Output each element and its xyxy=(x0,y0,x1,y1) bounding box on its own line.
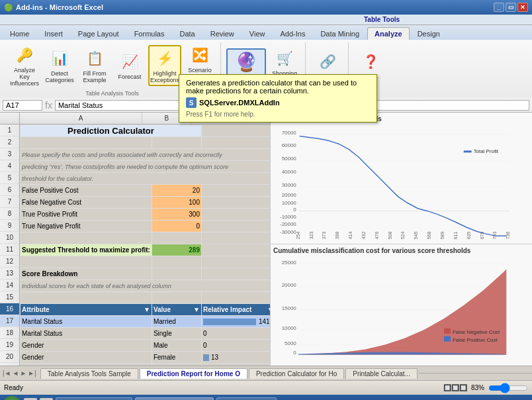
cell-r16c[interactable]: Relative Impact ▼ xyxy=(201,304,270,316)
sheet-nav-next[interactable]: ► xyxy=(20,370,26,377)
cell-r20c[interactable]: 13 xyxy=(201,352,270,364)
title-bar-controls[interactable]: _ ▭ ✕ xyxy=(494,3,528,12)
cell-r6b[interactable]: 20 xyxy=(152,185,201,197)
cell-prediction-title[interactable]: Prediction Calculator xyxy=(21,125,202,137)
taskbar-inbox[interactable]: 📧 Inbox - Microsoft O... xyxy=(56,397,132,400)
cell-r10a[interactable] xyxy=(21,232,152,244)
tab-design[interactable]: Design xyxy=(410,27,447,40)
sheet-nav-last[interactable]: ►| xyxy=(28,370,36,377)
cell-r10b[interactable] xyxy=(152,232,201,244)
tab-home[interactable]: Home xyxy=(3,27,36,40)
table-row: Gender Male 0 xyxy=(21,340,271,352)
cell-r19a[interactable]: Gender xyxy=(21,340,152,352)
sheet-tab-prediction-report[interactable]: Prediction Report for Home O xyxy=(140,368,247,379)
analyze-key-influencers-button[interactable]: 🔑 Analyze KeyInfluencers xyxy=(8,42,41,89)
cell-r17b[interactable]: Married xyxy=(152,316,201,328)
cell-r15a[interactable] xyxy=(21,292,152,304)
cell-r21b[interactable]: 39050 - 71062 xyxy=(152,364,201,366)
cell-r17c[interactable]: 141 xyxy=(201,316,270,328)
cell-r7c[interactable] xyxy=(201,197,270,209)
cell-r12a[interactable] xyxy=(21,256,152,268)
cell-r8a[interactable]: True Positive Profit xyxy=(21,209,152,221)
detect-categories-button[interactable]: 📊 DetectCategories xyxy=(43,46,76,85)
cell-r21c[interactable]: 19 xyxy=(201,364,270,366)
svg-text:524: 524 xyxy=(400,232,405,240)
cell-r7b[interactable]: 100 xyxy=(152,197,201,209)
cell-r12c[interactable] xyxy=(201,256,270,268)
sheet-nav-first[interactable]: |◄ xyxy=(3,370,11,377)
tab-formulas[interactable]: Formulas xyxy=(127,27,172,40)
tab-insert[interactable]: Insert xyxy=(37,27,70,40)
fill-from-example-button[interactable]: 📋 Fill FromExample xyxy=(78,46,111,85)
highlight-exceptions-button[interactable]: ⚡ HighlightExceptions xyxy=(148,45,181,86)
cell-r2b[interactable] xyxy=(152,137,201,149)
tab-datamining[interactable]: Data Mining xyxy=(313,27,367,40)
cell-r16a[interactable]: Attribute ▼ xyxy=(21,304,152,316)
cell-r6c[interactable] xyxy=(201,185,270,197)
cell-r5a[interactable]: threshold for the calculator. xyxy=(21,173,271,185)
close-button[interactable]: ✕ xyxy=(517,3,528,12)
sheet-tab-sample[interactable]: Table Analysis Tools Sample xyxy=(40,368,138,379)
tab-addins[interactable]: Add-Ins xyxy=(273,27,312,40)
svg-text:50000: 50000 xyxy=(282,156,297,162)
tab-analyze[interactable]: Analyze xyxy=(367,27,410,40)
cell-r2a[interactable] xyxy=(21,137,152,149)
cell-r4a[interactable]: predicting 'Yes'. These costs/profits ar… xyxy=(21,161,271,173)
cell-r1c[interactable] xyxy=(201,125,270,137)
cell-r17a[interactable]: Marital Status xyxy=(21,316,152,328)
cell-r13a[interactable]: Score Breakdown xyxy=(21,268,152,280)
cell-r15b[interactable] xyxy=(152,292,201,304)
cell-r2c[interactable] xyxy=(201,137,270,149)
svg-text:635: 635 xyxy=(466,232,471,240)
cell-r12b[interactable] xyxy=(152,256,201,268)
row-num-4: 4 xyxy=(0,160,19,172)
cell-r10c[interactable] xyxy=(201,232,270,244)
minimize-button[interactable]: _ xyxy=(494,3,504,12)
cell-r8c[interactable] xyxy=(201,209,270,221)
cell-r9b[interactable]: 0 xyxy=(152,221,201,232)
cell-r3a[interactable]: Please specify the costs and profits ass… xyxy=(21,149,271,161)
cell-r15c[interactable] xyxy=(201,292,270,304)
cell-r13c[interactable] xyxy=(201,268,270,280)
sheet-tab-prediction-calc[interactable]: Prediction Calculator for Ho xyxy=(249,368,344,379)
cell-r19c[interactable]: 0 xyxy=(201,340,270,352)
cell-r20b[interactable]: Female xyxy=(152,352,201,364)
cell-r9c[interactable] xyxy=(201,221,270,232)
cell-r8b[interactable]: 300 xyxy=(152,209,201,221)
cell-r18a[interactable]: Marital Status xyxy=(21,328,152,340)
sheet-tab-printable[interactable]: Printable Calculat... xyxy=(345,368,418,379)
table-row: Attribute ▼ Value ▼ Relative Impact ▼ xyxy=(21,304,271,316)
taskbar-paint[interactable]: 🖌️ Untitled - Paint xyxy=(216,397,277,400)
cell-r6a[interactable]: False Positive Cost xyxy=(21,185,152,197)
restore-button[interactable]: ▭ xyxy=(506,3,516,12)
cell-r13b[interactable] xyxy=(152,268,201,280)
sheet-nav-prev[interactable]: ◄ xyxy=(13,370,19,377)
cell-r9a[interactable]: True Negative Profit xyxy=(21,221,152,232)
cell-r21a[interactable]: Income xyxy=(21,364,152,366)
tab-data[interactable]: Data xyxy=(172,27,202,40)
cell-r11a[interactable]: Suggested Threshold to maximize profit: xyxy=(21,244,152,256)
svg-text:398: 398 xyxy=(335,232,339,240)
svg-text:373: 373 xyxy=(322,232,326,240)
cell-r11c[interactable] xyxy=(201,244,270,256)
cell-r18b[interactable]: Single xyxy=(152,328,201,340)
tab-review[interactable]: Review xyxy=(203,27,242,40)
cell-r11b[interactable]: 289 xyxy=(152,244,201,256)
tab-view[interactable]: View xyxy=(242,27,273,40)
forecast-button[interactable]: 📈 Forecast xyxy=(113,49,146,82)
cell-r19b[interactable]: Male xyxy=(152,340,201,352)
cell-r7a[interactable]: False Negative Cost xyxy=(21,197,152,209)
table-row: Please specify the costs and profits ass… xyxy=(21,149,271,161)
start-button[interactable]: ⊞ xyxy=(3,396,21,400)
cell-r20a[interactable]: Gender xyxy=(21,352,152,364)
table-analysis-label: Table Analysis Tools xyxy=(85,90,138,97)
taskbar-excel[interactable]: 📊 Microsoft Excel - Ad... xyxy=(135,397,214,400)
zoom-slider[interactable] xyxy=(488,385,528,391)
cell-r18c[interactable]: 0 xyxy=(201,328,270,340)
tab-page-layout[interactable]: Page Layout xyxy=(71,27,126,40)
cell-reference[interactable]: A17 xyxy=(3,100,42,111)
row-num-15: 15 xyxy=(0,291,19,303)
cell-r16b[interactable]: Value ▼ xyxy=(152,304,201,316)
cell-r14a[interactable]: Individual scores for each state of each… xyxy=(21,280,271,292)
col-header-a[interactable]: A xyxy=(20,113,142,124)
